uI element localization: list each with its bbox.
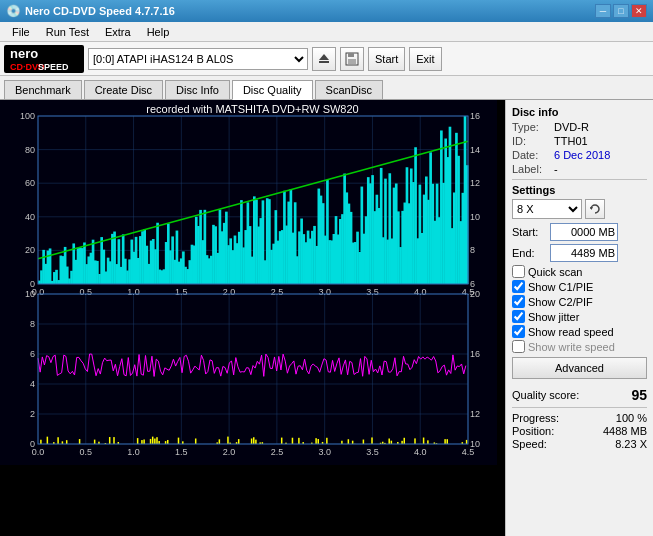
tabs: Benchmark Create Disc Disc Info Disc Qua… <box>0 76 653 100</box>
disc-label-row: Label: - <box>512 163 647 175</box>
disc-date-row: Date: 6 Dec 2018 <box>512 149 647 161</box>
show-write-speed-row: Show write speed <box>512 340 647 353</box>
start-input[interactable] <box>550 223 618 241</box>
speed-row: Speed: 8.23 X <box>512 438 647 450</box>
menu-extra[interactable]: Extra <box>97 24 139 40</box>
settings-refresh-button[interactable] <box>585 199 605 219</box>
maximize-button[interactable]: □ <box>613 4 629 18</box>
disc-label-value: - <box>554 163 558 175</box>
svg-rect-5 <box>319 61 329 63</box>
quick-scan-label: Quick scan <box>528 266 582 278</box>
tab-benchmark[interactable]: Benchmark <box>4 80 82 99</box>
quick-scan-row: Quick scan <box>512 265 647 278</box>
app-title: Nero CD-DVD Speed 4.7.7.16 <box>25 5 175 17</box>
exit-button[interactable]: Exit <box>409 47 441 71</box>
speed-value: 8.23 X <box>615 438 647 450</box>
show-c2-row: Show C2/PIF <box>512 295 647 308</box>
tab-disc-info[interactable]: Disc Info <box>165 80 230 99</box>
divider-2 <box>512 407 647 408</box>
title-bar: 💿 Nero CD-DVD Speed 4.7.7.16 ─ □ ✕ <box>0 0 653 22</box>
quality-score-row: Quality score: 95 <box>512 387 647 403</box>
show-read-speed-row: Show read speed <box>512 325 647 338</box>
menu-bar: File Run Test Extra Help <box>0 22 653 42</box>
disc-date-label: Date: <box>512 149 554 161</box>
menu-run-test[interactable]: Run Test <box>38 24 97 40</box>
disc-date-value: 6 Dec 2018 <box>554 149 610 161</box>
disc-label-label: Label: <box>512 163 554 175</box>
svg-text:nero: nero <box>10 46 38 61</box>
start-input-row: Start: <box>512 223 647 241</box>
disc-id-row: ID: TTH01 <box>512 135 647 147</box>
nero-logo: nero CD·DVD SPEED <box>4 45 84 73</box>
quality-score-label: Quality score: <box>512 389 579 401</box>
disc-type-value: DVD-R <box>554 121 589 133</box>
close-button[interactable]: ✕ <box>631 4 647 18</box>
tab-scandisc[interactable]: ScanDisc <box>315 80 383 99</box>
chart-area: recorded with MATSHITA DVD+RW SW820 <box>0 100 505 536</box>
end-input[interactable] <box>550 244 618 262</box>
progress-row: Progress: 100 % <box>512 412 647 424</box>
disc-id-label: ID: <box>512 135 554 147</box>
position-value: 4488 MB <box>603 425 647 437</box>
show-jitter-label: Show jitter <box>528 311 579 323</box>
position-label: Position: <box>512 425 554 437</box>
advanced-button[interactable]: Advanced <box>512 357 647 379</box>
speed-selector[interactable]: 8 X Max 2 X 4 X <box>512 199 582 219</box>
speed-setting-row: 8 X Max 2 X 4 X <box>512 199 647 219</box>
show-jitter-row: Show jitter <box>512 310 647 323</box>
disc-type-label: Type: <box>512 121 554 133</box>
main-content: recorded with MATSHITA DVD+RW SW820 Disc… <box>0 100 653 536</box>
progress-value: 100 % <box>616 412 647 424</box>
toolbar: nero CD·DVD SPEED [0:0] ATAPI iHAS124 B … <box>0 42 653 76</box>
right-panel: Disc info Type: DVD-R ID: TTH01 Date: 6 … <box>505 100 653 536</box>
disc-info-title: Disc info <box>512 106 647 118</box>
title-bar-left: 💿 Nero CD-DVD Speed 4.7.7.16 <box>6 4 175 18</box>
chart-title: recorded with MATSHITA DVD+RW SW820 <box>146 103 358 115</box>
svg-text:SPEED: SPEED <box>38 62 69 72</box>
minimize-button[interactable]: ─ <box>595 4 611 18</box>
show-c1-label: Show C1/PIE <box>528 281 593 293</box>
end-label: End: <box>512 247 546 259</box>
speed-label: Speed: <box>512 438 547 450</box>
svg-rect-8 <box>348 59 356 64</box>
show-jitter-checkbox[interactable] <box>512 310 525 323</box>
show-read-speed-label: Show read speed <box>528 326 614 338</box>
position-row: Position: 4488 MB <box>512 425 647 437</box>
svg-marker-4 <box>319 54 329 60</box>
show-read-speed-checkbox[interactable] <box>512 325 525 338</box>
menu-help[interactable]: Help <box>139 24 178 40</box>
drive-selector[interactable]: [0:0] ATAPI iHAS124 B AL0S <box>88 48 308 70</box>
save-button[interactable] <box>340 47 364 71</box>
tab-disc-quality[interactable]: Disc Quality <box>232 80 313 100</box>
divider-1 <box>512 179 647 180</box>
start-label: Start: <box>512 226 546 238</box>
title-bar-controls: ─ □ ✕ <box>595 4 647 18</box>
menu-file[interactable]: File <box>4 24 38 40</box>
disc-type-row: Type: DVD-R <box>512 121 647 133</box>
quick-scan-checkbox[interactable] <box>512 265 525 278</box>
svg-rect-7 <box>348 53 354 57</box>
eject-button[interactable] <box>312 47 336 71</box>
app-icon: 💿 <box>6 4 21 18</box>
tab-create-disc[interactable]: Create Disc <box>84 80 163 99</box>
settings-title: Settings <box>512 184 647 196</box>
show-write-speed-checkbox[interactable] <box>512 340 525 353</box>
show-write-speed-label: Show write speed <box>528 341 615 353</box>
disc-id-value: TTH01 <box>554 135 588 147</box>
show-c1-row: Show C1/PIE <box>512 280 647 293</box>
start-button[interactable]: Start <box>368 47 405 71</box>
end-input-row: End: <box>512 244 647 262</box>
quality-score-value: 95 <box>631 387 647 403</box>
show-c1-checkbox[interactable] <box>512 280 525 293</box>
show-c2-label: Show C2/PIF <box>528 296 593 308</box>
progress-label: Progress: <box>512 412 559 424</box>
show-c2-checkbox[interactable] <box>512 295 525 308</box>
